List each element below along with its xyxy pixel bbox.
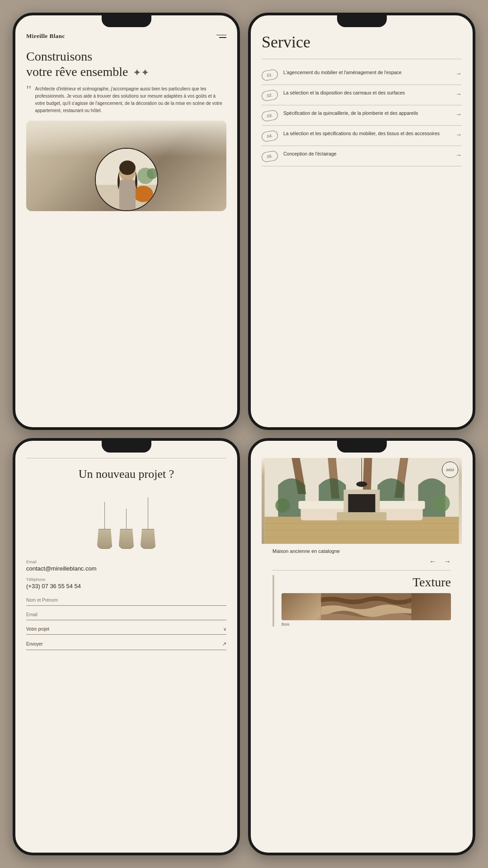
service-number-2: 02. bbox=[261, 89, 278, 102]
service-text-4: La sélection et les spécifications du mo… bbox=[283, 130, 450, 137]
sparkle-icon: ✦✦ bbox=[133, 67, 149, 79]
texture-image bbox=[282, 593, 451, 620]
email-value: contact@mireilleblanc.com bbox=[26, 565, 226, 572]
quote-mark-icon: " bbox=[26, 84, 31, 114]
service-arrow-4: → bbox=[455, 131, 462, 138]
portrait-circle bbox=[95, 148, 158, 211]
vertical-divider bbox=[272, 575, 274, 627]
service-arrow-1: → bbox=[455, 70, 462, 77]
project-dropdown[interactable]: Votre projet ∨ bbox=[26, 624, 226, 635]
lamp-1 bbox=[97, 502, 113, 549]
quote-section: " Architecte d'intérieur et scénographe,… bbox=[26, 85, 226, 114]
submit-label: Envoyer bbox=[26, 642, 43, 646]
year-badge: 2022 bbox=[442, 462, 458, 478]
service-text-2: La sélection et la disposition des carre… bbox=[283, 90, 450, 97]
texture-content: Texture Bois bbox=[282, 575, 451, 627]
service-text-1: L'agencement du mobilier et l'aménagemen… bbox=[283, 69, 450, 76]
svg-point-25 bbox=[432, 494, 450, 512]
phone-label: Téléphone bbox=[26, 577, 226, 582]
phone-screen-4: 2022 Maison ancienne en catalogne ← → Te… bbox=[248, 438, 475, 855]
svg-point-7 bbox=[119, 160, 136, 175]
service-arrow-2: → bbox=[455, 90, 462, 98]
svg-point-24 bbox=[276, 498, 290, 513]
project-navigation: ← → bbox=[262, 557, 462, 566]
service-number-4: 04. bbox=[261, 130, 278, 142]
service-text-5: Conception de l'éclairage bbox=[283, 151, 450, 158]
service-number-1: 01. bbox=[261, 69, 278, 81]
svg-rect-21 bbox=[337, 512, 387, 520]
phone-screen-1: Mireille Blanc Construisons votre rêve e… bbox=[13, 13, 240, 430]
lamp-2 bbox=[119, 509, 134, 549]
texture-title: Texture bbox=[282, 575, 451, 590]
project-label: Votre projet bbox=[26, 627, 49, 632]
lamps-illustration bbox=[26, 490, 226, 549]
submit-row[interactable]: Envoyer ↗ bbox=[26, 638, 226, 650]
contact-section: Email contact@mireilleblanc.com Téléphon… bbox=[26, 560, 226, 650]
phone-screen-3: Un nouveau projet ? Email contact@mireil… bbox=[13, 438, 240, 855]
next-arrow-icon[interactable]: → bbox=[444, 557, 451, 566]
service-item-4[interactable]: 04. La sélection et les spécifications d… bbox=[262, 126, 462, 146]
email-label: Email bbox=[26, 560, 226, 564]
interior-image bbox=[262, 458, 462, 544]
texture-section: Texture Bois bbox=[262, 575, 462, 627]
lamp-cord-1 bbox=[104, 502, 105, 529]
service-number-3: 03. bbox=[261, 109, 278, 122]
hero-section: Construisons votre rêve ensemble ✦✦ bbox=[26, 49, 226, 79]
brand-logo: Mireille Blanc bbox=[26, 33, 65, 40]
external-link-icon: ↗ bbox=[222, 641, 226, 647]
name-input[interactable] bbox=[26, 595, 226, 606]
lamp-shade-1 bbox=[97, 529, 113, 549]
lamp-shade-3 bbox=[141, 529, 156, 549]
service-number-5: 05. bbox=[261, 150, 278, 163]
project-caption: Maison ancienne en catalogne bbox=[262, 548, 462, 554]
top-divider bbox=[26, 458, 226, 458]
hamburger-line-1 bbox=[216, 35, 226, 36]
hero-image bbox=[26, 121, 226, 211]
service-item-2[interactable]: 02. La sélection et la disposition des c… bbox=[262, 85, 462, 105]
phone1-header: Mireille Blanc bbox=[26, 33, 226, 40]
hamburger-menu[interactable] bbox=[216, 35, 226, 38]
service-arrow-3: → bbox=[455, 111, 462, 118]
svg-point-23 bbox=[357, 481, 367, 487]
lamp-3 bbox=[141, 497, 156, 549]
top-divider bbox=[262, 59, 462, 59]
svg-rect-6 bbox=[119, 179, 136, 211]
bois-label: Bois bbox=[282, 622, 451, 627]
service-text-3: Spécification de la quincaillerie, de la… bbox=[283, 110, 450, 117]
service-item-5[interactable]: 05. Conception de l'éclairage → bbox=[262, 146, 462, 166]
phone-screen-2: Service 01. L'agencement du mobilier et … bbox=[248, 13, 475, 430]
chevron-down-icon: ∨ bbox=[223, 627, 226, 632]
service-item-3[interactable]: 03. Spécification de la quincaillerie, d… bbox=[262, 105, 462, 126]
hamburger-line-2 bbox=[219, 37, 226, 38]
email-input[interactable] bbox=[26, 609, 226, 620]
services-title: Service bbox=[262, 33, 462, 52]
contact-page-title: Un nouveau projet ? bbox=[26, 467, 226, 481]
quote-text: Architecte d'intérieur et scénographe, j… bbox=[35, 85, 226, 114]
svg-point-3 bbox=[147, 168, 158, 179]
project-image: 2022 bbox=[262, 458, 462, 544]
lamp-cord-2 bbox=[126, 509, 127, 529]
prev-arrow-icon[interactable]: ← bbox=[429, 557, 436, 566]
lamp-cord-3 bbox=[148, 497, 149, 529]
lamp-shade-2 bbox=[119, 529, 134, 549]
phone-value: (+33) 07 36 55 54 54 bbox=[26, 583, 226, 590]
service-arrow-5: → bbox=[455, 151, 462, 159]
svg-rect-20 bbox=[348, 494, 375, 514]
service-item-1[interactable]: 01. L'agencement du mobilier et l'aménag… bbox=[262, 65, 462, 85]
hero-heading: Construisons votre rêve ensemble ✦✦ bbox=[26, 49, 226, 79]
section-divider bbox=[272, 570, 451, 571]
